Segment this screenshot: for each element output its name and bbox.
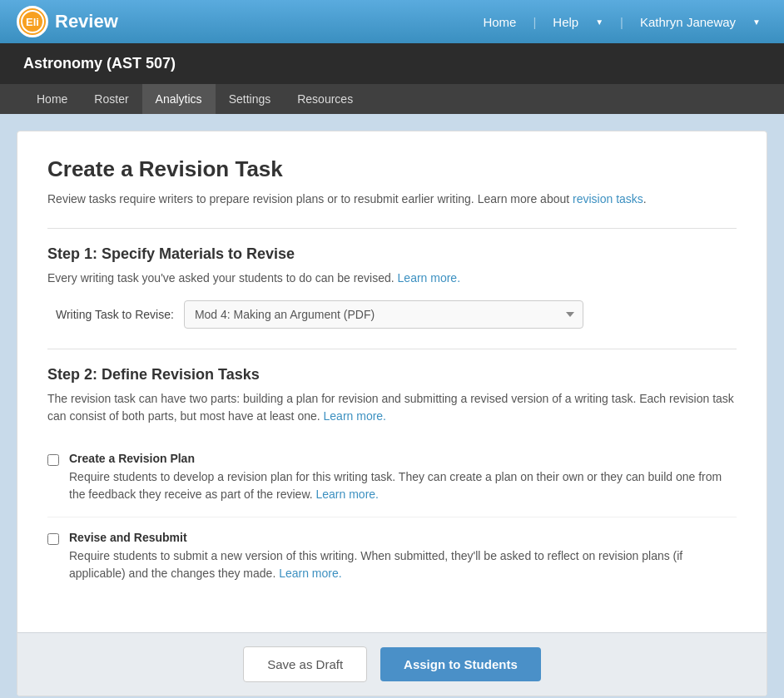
nav-user-link[interactable]: Kathryn Janeway: [633, 15, 742, 29]
logo-icon: Eli: [17, 6, 48, 37]
resubmit-content: Revise and Resubmit Require students to …: [69, 531, 737, 582]
checkbox-section: Create a Revision Plan Require students …: [47, 438, 737, 596]
course-header: Astronomy (AST 507): [0, 43, 784, 84]
page-description-end: .: [643, 192, 647, 205]
nav-divider-1: |: [526, 15, 543, 29]
resubmit-label: Revise and Resubmit: [69, 531, 737, 544]
save-draft-button[interactable]: Save as Draft: [243, 646, 367, 682]
page-description-text: Review tasks require writers to prepare …: [47, 192, 569, 205]
svg-text:Eli: Eli: [26, 16, 39, 28]
nav-user-dropdown[interactable]: Kathryn Janeway ▼: [633, 15, 767, 29]
step1-desc-text: Every writing task you've asked your stu…: [47, 271, 394, 285]
resubmit-desc-text: Require students to submit a new version…: [69, 549, 682, 580]
nav-help-dropdown[interactable]: Help ▼: [546, 15, 610, 29]
logo-text: Review: [55, 11, 118, 32]
writing-task-select[interactable]: Mod 4: Making an Argument (PDF): [184, 300, 583, 329]
subnav-roster[interactable]: Roster: [81, 84, 141, 114]
step2-learn-more-link[interactable]: Learn more.: [324, 409, 386, 423]
subnav-analytics[interactable]: Analytics: [142, 84, 216, 114]
step2-description: The revision task can have two parts: bu…: [47, 390, 737, 425]
step1-title: Step 1: Specify Materials to Revise: [47, 245, 737, 263]
nav-home-link[interactable]: Home: [476, 15, 523, 29]
revision-plan-desc: Require students to develop a revision p…: [69, 468, 737, 503]
nav-divider-2: |: [613, 15, 630, 29]
writing-task-label: Writing Task to Revise:: [56, 308, 174, 321]
nav-help-link[interactable]: Help: [546, 15, 585, 29]
subnav-settings[interactable]: Settings: [216, 84, 285, 114]
resubmit-desc: Require students to submit a new version…: [69, 547, 737, 582]
step2-section: Step 2: Define Revision Tasks The revisi…: [47, 349, 737, 596]
assign-students-button[interactable]: Assign to Students: [380, 647, 541, 681]
page-description: Review tasks require writers to prepare …: [47, 191, 737, 208]
course-subnav: Home Roster Analytics Settings Resources: [0, 84, 784, 114]
step1-learn-more-link[interactable]: Learn more.: [398, 271, 460, 285]
step2-title: Step 2: Define Revision Tasks: [47, 366, 737, 384]
resubmit-checkbox[interactable]: [47, 533, 59, 545]
page-title: Create a Revision Task: [47, 156, 737, 182]
revision-plan-checkbox[interactable]: [47, 454, 59, 466]
course-title: Astronomy (AST 507): [23, 55, 176, 72]
step2-desc-text: The revision task can have two parts: bu…: [47, 392, 734, 423]
checkbox-item-resubmit: Revise and Resubmit Require students to …: [47, 517, 737, 596]
help-caret-icon: ▼: [588, 17, 610, 27]
main-card: Create a Revision Task Review tasks requ…: [17, 131, 767, 696]
top-nav-links: Home | Help ▼ | Kathryn Janeway ▼: [476, 15, 767, 29]
step1-section: Step 1: Specify Materials to Revise Ever…: [47, 228, 737, 329]
main-wrapper: Create a Revision Task Review tasks requ…: [0, 114, 784, 698]
resubmit-learn-more-link[interactable]: Learn more.: [279, 567, 341, 580]
user-caret-icon: ▼: [746, 17, 767, 27]
revision-plan-label: Create a Revision Plan: [69, 452, 737, 465]
revision-plan-desc-text: Require students to develop a revision p…: [69, 470, 722, 501]
revision-plan-content: Create a Revision Plan Require students …: [69, 452, 737, 503]
step1-description: Every writing task you've asked your stu…: [47, 270, 737, 287]
action-bar: Save as Draft Assign to Students: [17, 632, 767, 696]
writing-task-form-row: Writing Task to Revise: Mod 4: Making an…: [47, 300, 737, 329]
checkbox-item-revision-plan: Create a Revision Plan Require students …: [47, 438, 737, 517]
subnav-home[interactable]: Home: [23, 84, 81, 114]
top-navigation: Eli Review Home | Help ▼ | Kathryn Janew…: [0, 0, 784, 43]
main-content: Create a Revision Task Review tasks requ…: [17, 131, 767, 632]
revision-plan-learn-more-link[interactable]: Learn more.: [316, 488, 379, 501]
logo-area: Eli Review: [17, 6, 118, 37]
subnav-resources[interactable]: Resources: [284, 84, 366, 114]
revision-tasks-link[interactable]: revision tasks: [573, 192, 643, 205]
